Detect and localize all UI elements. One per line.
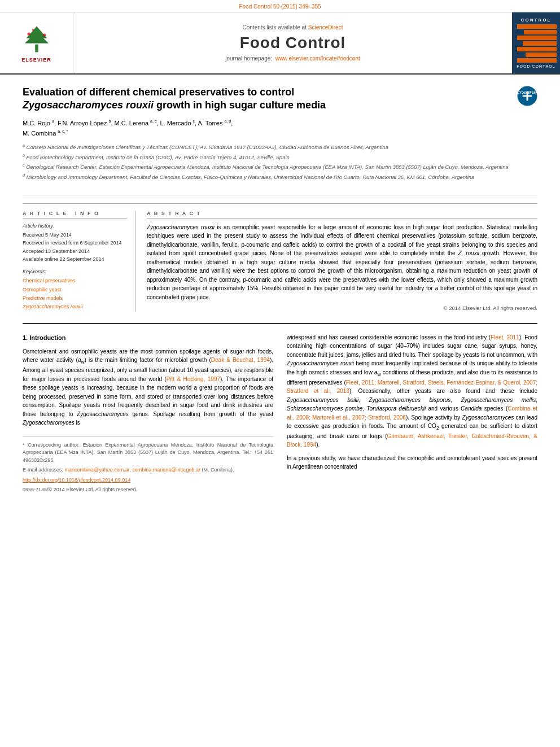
footnote-section: * Corresponding author. Estación Experim… bbox=[23, 436, 273, 494]
keyword-2: Osmophilic yeast bbox=[23, 286, 127, 294]
affiliation-b: b Food Biotechnology Department, Institu… bbox=[23, 153, 511, 161]
affiliations: a Consejo Nacional de Investigaciones Ci… bbox=[23, 143, 511, 181]
svg-point-4 bbox=[43, 33, 46, 37]
elsevier-wordmark: ELSEVIER bbox=[21, 57, 51, 63]
footnote-star: * Corresponding author. Estación Experim… bbox=[23, 442, 273, 465]
journal-center-header: Contents lists available at ScienceDirec… bbox=[73, 12, 512, 73]
elsevier-logo-section: ELSEVIER bbox=[0, 12, 73, 73]
intro-para-right-2: In a previous study, we have characteriz… bbox=[287, 454, 537, 471]
page: Food Control 50 (2015) 349–355 ELSEVIER … bbox=[0, 0, 560, 505]
main-col-left: 1. Introduction Osmotolerant and osmophi… bbox=[23, 333, 273, 494]
brand-lines bbox=[513, 24, 559, 63]
article-title: Evaluation of different chemical preserv… bbox=[23, 86, 511, 112]
elsevier-tree-icon bbox=[17, 24, 56, 55]
sciencedirect-link[interactable]: ScienceDirect bbox=[308, 24, 343, 30]
article-history: Article history: Received 5 May 2014 Rec… bbox=[23, 223, 127, 264]
svg-point-5 bbox=[32, 29, 34, 31]
intro-para-1: Osmotolerant and osmophilic yeasts are t… bbox=[23, 347, 273, 427]
authors-line: M.C. Rojo a, F.N. Arroyo López b, M.C. L… bbox=[23, 118, 511, 139]
crossmark-logo: CrossMark bbox=[511, 86, 537, 107]
keyword-4: Zygosaccharomyces rouxii bbox=[23, 303, 127, 311]
affiliation-c: c Oenological Research Center, Estación … bbox=[23, 163, 511, 171]
issn-line: 0956-7135/© 2014 Elsevier Ltd. All right… bbox=[23, 486, 273, 494]
footnote-email: E-mail addresses: maricombina@yahoo.com.… bbox=[23, 466, 273, 474]
journal-brand-pattern: CONTROL FOOD CONTROL bbox=[512, 12, 560, 73]
journal-header: ELSEVIER Contents lists available at Sci… bbox=[0, 12, 560, 75]
homepage-line: journal homepage: www.elsevier.com/locat… bbox=[225, 55, 360, 62]
keywords-section: Keywords: Chemical preservatives Osmophi… bbox=[23, 269, 127, 311]
abstract-text: Zygosaccharomyces rouxii is an osmophili… bbox=[147, 223, 537, 302]
abstract-column: A B S T R A C T Zygosaccharomyces rouxii… bbox=[147, 211, 537, 312]
affiliation-a: a Consejo Nacional de Investigaciones Ci… bbox=[23, 143, 511, 151]
keyword-3: Predictive models bbox=[23, 294, 127, 303]
svg-point-3 bbox=[27, 32, 30, 36]
intro-heading: 1. Introduction bbox=[23, 333, 273, 343]
article-info-label: A R T I C L E I N F O bbox=[23, 211, 127, 219]
article-info-abstract: A R T I C L E I N F O Article history: R… bbox=[23, 203, 537, 312]
article-body: Evaluation of different chemical preserv… bbox=[0, 75, 560, 505]
svg-rect-0 bbox=[35, 44, 38, 52]
keyword-1: Chemical preservatives bbox=[23, 277, 127, 285]
affiliation-d: d Microbiology and Immunology Department… bbox=[23, 173, 511, 181]
article-title-section: Evaluation of different chemical preserv… bbox=[23, 86, 537, 195]
journal-reference: Food Control 50 (2015) 349–355 bbox=[0, 0, 560, 12]
homepage-link[interactable]: www.elsevier.com/locate/foodcont bbox=[275, 55, 360, 62]
sciencedirect-line: Contents lists available at ScienceDirec… bbox=[243, 24, 343, 30]
journal-title: Food Control bbox=[240, 34, 346, 52]
main-col-right: widespread and has caused considerable e… bbox=[287, 333, 537, 494]
copyright-notice: © 2014 Elsevier Ltd. All rights reserved… bbox=[147, 305, 537, 311]
doi-link: http://dx.doi.org/10.1016/j.foodcont.201… bbox=[23, 477, 273, 484]
abstract-label: A B S T R A C T bbox=[147, 211, 537, 219]
article-info-column: A R T I C L E I N F O Article history: R… bbox=[23, 211, 135, 312]
intro-para-right-1: widespread and has caused considerable e… bbox=[287, 333, 537, 449]
main-article-content: 1. Introduction Osmotolerant and osmophi… bbox=[23, 323, 537, 494]
